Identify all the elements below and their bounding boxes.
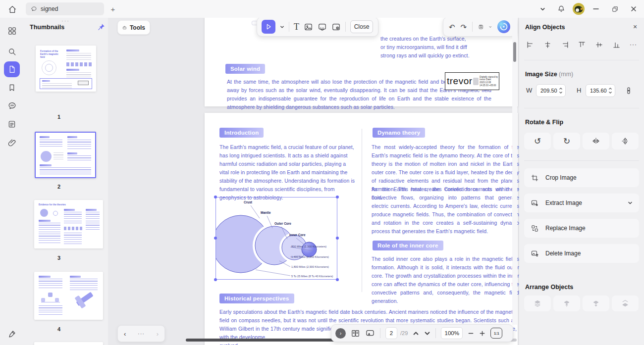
selection-handle-w[interactable]	[214, 237, 217, 240]
bookmarks-icon[interactable]	[4, 80, 20, 96]
next-page-icon[interactable]	[424, 330, 430, 337]
user-avatar[interactable]	[573, 3, 585, 15]
bring-to-front-button[interactable]	[524, 296, 551, 311]
selection-handle-se[interactable]	[336, 278, 339, 281]
avatar-bird-beak	[581, 7, 583, 10]
align-right-icon[interactable]	[561, 41, 569, 49]
text-tool-icon[interactable]: T	[294, 22, 299, 31]
nav-forward-icon[interactable]: ›	[157, 330, 159, 338]
thumbnail-3-figure-2	[53, 211, 58, 216]
annotation-mode-icon[interactable]	[365, 328, 375, 338]
zoom-in-icon[interactable]	[479, 330, 485, 337]
search-icon[interactable]	[4, 44, 20, 59]
attachments-paperclip-icon[interactable]	[4, 135, 20, 150]
selection-handle-nw[interactable]	[214, 196, 217, 198]
thumbnail-2-badge-3	[67, 136, 77, 138]
selection-handle-sw[interactable]	[214, 278, 217, 281]
home-button[interactable]	[6, 3, 19, 16]
image-link-tool-icon[interactable]	[318, 22, 327, 32]
ai-assistant-icon[interactable]	[497, 20, 510, 33]
edit-toolbar: T Close	[257, 18, 378, 37]
page1-heading-badge: Solar wind	[225, 64, 265, 74]
send-backward-button[interactable]	[583, 296, 609, 311]
page-number-input[interactable]: 2	[385, 327, 397, 339]
left-icon-rail	[0, 18, 24, 345]
rotate-left-button[interactable]: ↺	[524, 133, 551, 149]
align-left-icon[interactable]	[526, 41, 535, 49]
thumbnails-pages-icon[interactable]	[4, 61, 20, 77]
nav-more-icon[interactable]: ···	[138, 331, 145, 337]
image-tool-icon[interactable]	[304, 22, 313, 32]
new-tab-button[interactable]: +	[108, 4, 118, 14]
thumbnail-page-2[interactable]	[35, 132, 96, 178]
rotate-right-icon: ↻	[563, 136, 570, 147]
window-close-button[interactable]	[626, 1, 641, 16]
vertical-scrollbar-track[interactable]	[512, 18, 517, 325]
extract-image-button[interactable]: Extract Image	[524, 194, 639, 212]
close-edit-button[interactable]: Close	[350, 20, 373, 33]
width-stepper[interactable]	[558, 85, 564, 96]
selection-handle-e[interactable]	[336, 237, 339, 240]
vertical-scrollbar-thumb[interactable]	[513, 42, 516, 62]
alignment-buttons-row: ···	[523, 38, 640, 51]
image-stamp-tool-icon[interactable]	[331, 22, 341, 32]
bring-to-front-icon	[533, 299, 542, 308]
fit-actual-size-button[interactable]: 1:1	[490, 328, 502, 339]
redo-icon[interactable]: ↷	[461, 23, 467, 31]
align-bottom-icon[interactable]	[612, 41, 621, 49]
notifications-bell-icon[interactable]	[554, 1, 569, 16]
thumbnail-2-diagram-labels	[54, 152, 63, 160]
save-chevron-down-icon[interactable]	[489, 25, 492, 29]
selection-handle-ne[interactable]	[336, 196, 339, 198]
save-icon[interactable]	[478, 22, 484, 32]
align-center-horizontal-icon[interactable]	[543, 41, 552, 49]
window-minimize-button[interactable]	[589, 1, 603, 16]
align-middle-vertical-icon[interactable]	[595, 41, 603, 49]
nav-back-icon[interactable]: ‹	[124, 330, 126, 338]
bring-forward-button[interactable]	[553, 296, 580, 311]
align-top-icon[interactable]	[578, 41, 586, 49]
send-to-back-button[interactable]	[612, 296, 639, 311]
lock-aspect-ratio-link-icon[interactable]	[624, 86, 633, 95]
zoom-out-icon[interactable]	[468, 330, 474, 337]
crop-image-button[interactable]: Crop Image	[524, 168, 639, 187]
titlebar-chevron-down-icon[interactable]	[535, 1, 550, 16]
flip-vertical-button[interactable]	[612, 133, 639, 149]
height-stepper[interactable]	[607, 85, 613, 96]
thumbnail-1-signature-box	[78, 81, 89, 85]
thumbnail-page-1[interactable]: Formation of the Earth's magnetic field	[36, 46, 96, 92]
expand-bar-button[interactable]: ›	[335, 328, 346, 339]
page-view-icon[interactable]	[351, 329, 360, 338]
tools-button[interactable]: Tools	[117, 20, 150, 35]
align-more-icon[interactable]: ···	[630, 41, 637, 48]
select-tool-button[interactable]	[262, 20, 275, 34]
rotate-flip-title: Rotate & Flip	[525, 119, 563, 126]
replace-image-button[interactable]: Replace Image	[524, 219, 639, 238]
signature-pen-icon[interactable]	[4, 326, 20, 342]
earth-layers-image[interactable]: Crust Mantle Outer Core Inner Core 800 M…	[215, 197, 337, 280]
document-tab[interactable]: signed	[26, 2, 104, 15]
diagram-measure-inner-core: 800 Miles (1,300 Kilometers)	[291, 245, 326, 248]
page-total: /29	[400, 330, 408, 336]
apps-grid-icon[interactable]	[4, 23, 20, 39]
window-restore-button[interactable]	[607, 1, 622, 16]
thumbnail-2-badge-2	[40, 164, 52, 166]
rotate-right-button[interactable]: ↻	[553, 133, 580, 149]
extract-chevron-down-icon[interactable]	[628, 200, 633, 205]
comments-icon[interactable]	[4, 98, 20, 113]
replace-icon	[531, 224, 539, 233]
delete-image-button[interactable]: Delete Image	[524, 244, 639, 263]
zoom-level[interactable]: 100%	[441, 327, 463, 339]
thumbnail-page-5[interactable]: Satellite communications and power grids	[34, 342, 103, 345]
undo-icon[interactable]: ↶	[449, 23, 455, 31]
previous-page-icon[interactable]	[413, 330, 419, 337]
select-tool-chevron-down-icon[interactable]	[280, 25, 284, 29]
summary-document-icon[interactable]	[4, 116, 20, 132]
panel-close-icon[interactable]: ×	[630, 22, 640, 32]
flip-horizontal-button[interactable]	[583, 133, 609, 149]
pin-panel-icon[interactable]	[97, 23, 106, 31]
thumbnail-page-4[interactable]	[34, 272, 103, 320]
panel-drag-handle[interactable]: ···	[61, 18, 70, 24]
signature-field[interactable]: trevor Digitally signed by trevor Date: …	[445, 72, 499, 90]
thumbnail-page-3[interactable]: Evidence for the theories	[34, 200, 103, 248]
